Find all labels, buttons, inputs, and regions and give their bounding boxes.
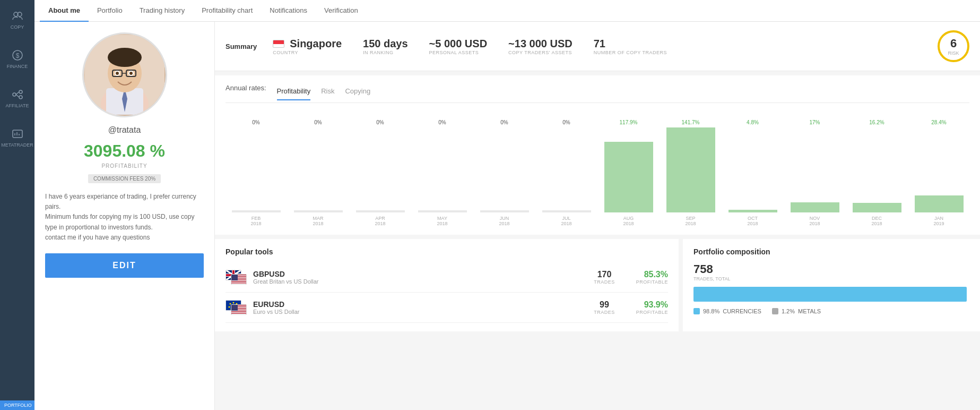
tab-notifications[interactable]: Notifications — [261, 0, 316, 22]
gbpusd-trades: 170 TRADES — [583, 270, 626, 285]
sidebar-item-affiliate[interactable]: AFFILIATE — [0, 84, 34, 113]
username: @tratata — [108, 125, 141, 135]
bar-fill — [604, 142, 653, 212]
svg-point-24 — [129, 72, 133, 75]
bar-fill — [853, 203, 901, 212]
composition-legend: 98.8% CURRENCIES 1.2% METALS — [693, 308, 969, 314]
popular-tools-title: Popular tools — [226, 247, 668, 256]
svg-text:$: $ — [15, 52, 19, 59]
bar-fill — [791, 202, 839, 212]
bar-label: MAY2018 — [437, 216, 447, 226]
bar-group-oct: 4.8%OCT2018 — [722, 119, 783, 226]
svg-line-8 — [16, 95, 19, 97]
bar-fill — [480, 210, 529, 212]
bar-group-mar: 0%MAR2018 — [288, 119, 349, 226]
singapore-flag — [273, 40, 284, 48]
svg-rect-40 — [231, 275, 238, 280]
bar-percent: 0% — [562, 119, 570, 125]
svg-line-7 — [16, 92, 19, 95]
bar-wrapper — [474, 127, 535, 212]
country-value: Singapore — [273, 38, 342, 50]
bar-label: NOV2018 — [809, 216, 820, 226]
bar-fill — [542, 210, 591, 212]
svg-rect-6 — [19, 96, 22, 99]
tool-row-gbpusd: GBPUSD Great Britan vs US Dollar 170 TRA… — [226, 262, 668, 293]
tab-about[interactable]: About me — [40, 0, 89, 22]
portfolio-composition: Portfolio composition 758 TRADES, TOTAL … — [683, 239, 980, 331]
svg-point-25 — [108, 48, 142, 67]
summary-title: Summary — [226, 42, 257, 50]
bar-wrapper — [412, 127, 473, 212]
bar-percent: 17% — [809, 119, 820, 125]
bar-fill — [232, 210, 281, 212]
legend-currencies: 98.8% CURRENCIES — [693, 308, 761, 314]
bar-label: FEB2018 — [250, 216, 261, 226]
bar-wrapper — [908, 127, 969, 212]
bar-percent: 117.9% — [620, 119, 638, 125]
svg-rect-9 — [13, 130, 22, 138]
bar-wrapper — [350, 127, 411, 212]
bar-fill — [666, 127, 715, 212]
portfolio-title: Portfolio composition — [693, 247, 969, 256]
avatar — [82, 32, 167, 117]
eurusd-profitable: 93.9% PROFITABLE — [626, 300, 668, 315]
sidebar-item-copy[interactable]: COPY — [0, 5, 34, 34]
bar-percent: 0% — [376, 119, 384, 125]
svg-rect-57 — [231, 305, 238, 311]
chart-tab-risk[interactable]: Risk — [321, 87, 334, 100]
bar-label: SEP2018 — [685, 216, 696, 226]
sidebar-item-metatrader[interactable]: METATRADER — [0, 123, 34, 152]
annual-rates-title: Annual rates: — [226, 84, 266, 96]
svg-rect-4 — [13, 93, 16, 96]
popular-tools: Popular tools GBPUSD Great — [215, 239, 679, 331]
bar-label: JAN2019 — [933, 216, 944, 226]
svg-point-48 — [229, 306, 230, 308]
tab-trading[interactable]: Trading history — [131, 0, 194, 22]
bar-wrapper — [536, 127, 597, 212]
bar-label: OCT2018 — [747, 216, 758, 226]
bar-fill — [294, 210, 343, 212]
copy-icon — [11, 10, 24, 22]
content-area: @tratata 3095.08 % PROFITABILITY COMMISS… — [34, 22, 980, 410]
summary-stats: Singapore COUNTRY 150 days IN RANKING ~5… — [273, 38, 938, 55]
bar-group-apr: 0%APR2018 — [350, 119, 411, 226]
stat-personal-assets: ~5 000 USD PERSONAL ASSETS — [429, 38, 488, 55]
sidebar-item-finance[interactable]: $ FINANCE — [0, 45, 34, 73]
bar-label: MAR2018 — [313, 216, 323, 226]
metals-dot — [772, 308, 778, 314]
risk-circle: 6 RISK — [938, 30, 969, 62]
bar-group-dec: 16.2%DEC2018 — [846, 119, 907, 226]
sidebar-finance-label: FINANCE — [7, 64, 28, 69]
metatrader-icon — [11, 127, 24, 140]
bar-percent: 141.7% — [682, 119, 700, 125]
bar-fill — [915, 195, 964, 212]
portfolio-badge[interactable]: PORTFOLIO — [0, 400, 34, 410]
bar-percent: 16.2% — [869, 119, 884, 125]
stat-copy-traders: 71 NUMBER OF COPY TRADERS — [594, 38, 667, 55]
summary-section: Summary Singapore COUNTRY 150 days IN RA… — [215, 22, 980, 71]
bar-chart: 0%FEB20180%MAR20180%APR20180%MAY20180%JU… — [226, 109, 969, 226]
sidebar-affiliate-label: AFFILIATE — [6, 103, 29, 108]
edit-button[interactable]: EDIT — [45, 253, 204, 278]
profitability-label: PROFITABILITY — [101, 163, 147, 169]
bar-wrapper — [660, 127, 721, 212]
eurusd-info: EURUSD Euro vs US Dollar — [253, 300, 583, 315]
tab-portfolio[interactable]: Portfolio — [89, 0, 131, 22]
svg-point-23 — [116, 72, 119, 75]
gbpusd-info: GBPUSD Great Britan vs US Dollar — [253, 270, 583, 285]
tab-profitability[interactable]: Profitability chart — [193, 0, 261, 22]
main-content: About me Portfolio Trading history Profi… — [34, 0, 980, 410]
bar-fill — [729, 210, 777, 212]
tab-bar: About me Portfolio Trading history Profi… — [34, 0, 980, 22]
tab-verification[interactable]: Verification — [316, 0, 367, 22]
chart-tab-copying[interactable]: Copying — [345, 87, 370, 100]
bar-wrapper — [598, 127, 659, 212]
sidebar: COPY $ FINANCE AFFILIATE — [0, 0, 34, 410]
bar-percent: 0% — [314, 119, 322, 125]
bar-wrapper — [784, 127, 845, 212]
bar-percent: 28.4% — [931, 119, 946, 125]
chart-tab-profitability[interactable]: Profitability — [277, 87, 311, 100]
avatar-image — [84, 32, 166, 117]
bar-group-feb: 0%FEB2018 — [226, 119, 287, 226]
stat-ranking: 150 days IN RANKING — [363, 38, 408, 55]
